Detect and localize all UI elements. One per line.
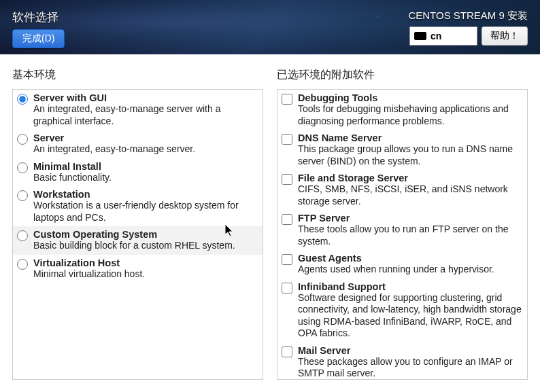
item-title: Infiniband Support: [298, 281, 522, 292]
addon-checkbox[interactable]: [282, 254, 292, 265]
item-title: Virtualization Host: [33, 257, 257, 268]
env-radio[interactable]: [17, 230, 28, 241]
item-body: Infiniband SupportSoftware designed for …: [298, 281, 522, 340]
addon-item-2[interactable]: File and Storage ServerCIFS, SMB, NFS, i…: [277, 170, 527, 210]
addons-list[interactable]: Debugging ToolsTools for debugging misbe…: [277, 89, 528, 380]
item-body: DNS Name ServerThis package group allows…: [298, 132, 522, 167]
addon-checkbox[interactable]: [282, 134, 292, 145]
item-desc: Tools for debugging misbehaving applicat…: [298, 103, 522, 127]
item-body: Minimal InstallBasic functionality.: [33, 161, 257, 184]
item-desc: Basic building block for a custom RHEL s…: [33, 240, 257, 252]
item-title: Custom Operating System: [33, 229, 257, 240]
addon-item-5[interactable]: Infiniband SupportSoftware designed for …: [277, 279, 527, 342]
item-desc: Software designed for supporting cluster…: [298, 292, 522, 340]
item-desc: Agents used when running under a hypervi…: [298, 264, 522, 276]
item-body: Virtualization HostMinimal virtualizatio…: [33, 257, 257, 281]
item-body: Guest AgentsAgents used when running und…: [298, 253, 522, 276]
env-item-4[interactable]: Custom Operating SystemBasic building bl…: [13, 226, 263, 255]
item-body: ServerAn integrated, easy-to-manage serv…: [33, 132, 257, 156]
item-title: Minimal Install: [33, 161, 257, 172]
addon-checkbox[interactable]: [282, 346, 292, 357]
item-title: FTP Server: [298, 213, 522, 224]
addon-checkbox[interactable]: [282, 94, 292, 105]
env-radio[interactable]: [17, 94, 28, 105]
item-desc: Minimal virtualization host.: [33, 268, 257, 281]
env-item-5[interactable]: Virtualization HostMinimal virtualizatio…: [13, 255, 263, 283]
addon-item-0[interactable]: Debugging ToolsTools for debugging misbe…: [277, 90, 527, 130]
base-env-list[interactable]: Server with GUIAn integrated, easy-to-ma…: [12, 89, 263, 380]
item-desc: An integrated, easy-to-manage server.: [33, 143, 257, 156]
content-area: 基本环境 Server with GUIAn integrated, easy-…: [0, 54, 540, 392]
base-env-column: 基本环境 Server with GUIAn integrated, easy-…: [12, 68, 263, 380]
item-body: WorkstationWorkstation is a user-friendl…: [33, 189, 257, 224]
keyboard-layout-label: cn: [431, 31, 441, 41]
addons-column: 已选环境的附加软件 Debugging ToolsTools for debug…: [277, 68, 528, 380]
addon-checkbox[interactable]: [282, 283, 292, 293]
env-item-0[interactable]: Server with GUIAn integrated, easy-to-ma…: [13, 90, 263, 130]
item-title: Server: [33, 132, 257, 143]
done-button[interactable]: 完成(D): [12, 29, 65, 48]
item-title: Mail Server: [298, 345, 522, 356]
env-radio[interactable]: [17, 134, 28, 145]
item-title: Guest Agents: [298, 253, 522, 264]
addon-item-1[interactable]: DNS Name ServerThis package group allows…: [277, 130, 527, 170]
env-item-3[interactable]: WorkstationWorkstation is a user-friendl…: [13, 186, 263, 226]
addon-checkbox[interactable]: [282, 214, 292, 225]
item-title: Workstation: [33, 189, 257, 200]
env-item-1[interactable]: ServerAn integrated, easy-to-manage serv…: [13, 130, 263, 158]
item-desc: This package group allows you to run a D…: [298, 143, 522, 167]
distribution-label: CENTOS STREAM 9 安装: [408, 10, 528, 22]
item-desc: These tools allow you to run an FTP serv…: [298, 224, 522, 247]
keyboard-layout-button[interactable]: cn: [409, 26, 477, 46]
help-button[interactable]: 帮助！: [482, 26, 528, 46]
addons-title: 已选环境的附加软件: [277, 68, 528, 82]
env-radio[interactable]: [17, 190, 28, 201]
keyboard-icon: [414, 32, 426, 40]
base-env-title: 基本环境: [12, 68, 263, 82]
addon-item-3[interactable]: FTP ServerThese tools allow you to run a…: [277, 210, 527, 250]
item-body: Mail ServerThese packages allow you to c…: [298, 345, 522, 380]
env-radio[interactable]: [17, 259, 28, 270]
item-title: File and Storage Server: [298, 173, 522, 183]
addon-item-6[interactable]: Mail ServerThese packages allow you to c…: [277, 342, 527, 380]
env-radio[interactable]: [17, 162, 28, 173]
item-desc: CIFS, SMB, NFS, iSCSI, iSER, and iSNS ne…: [298, 183, 522, 207]
page-title: 软件选择: [12, 10, 58, 25]
item-title: Server with GUI: [33, 92, 257, 103]
item-body: File and Storage ServerCIFS, SMB, NFS, i…: [298, 173, 522, 207]
header-bar: 软件选择 完成(D) CENTOS STREAM 9 安装 cn 帮助！: [0, 0, 540, 54]
item-title: DNS Name Server: [298, 132, 522, 143]
item-body: Custom Operating SystemBasic building bl…: [33, 229, 257, 252]
item-body: Server with GUIAn integrated, easy-to-ma…: [33, 92, 257, 127]
item-desc: Basic functionality.: [33, 172, 257, 184]
item-title: Debugging Tools: [298, 92, 522, 103]
item-body: Debugging ToolsTools for debugging misbe…: [298, 92, 522, 127]
env-item-2[interactable]: Minimal InstallBasic functionality.: [13, 158, 263, 187]
item-desc: An integrated, easy-to-manage server wit…: [33, 103, 257, 127]
item-desc: These packages allow you to configure an…: [298, 356, 522, 380]
item-desc: Workstation is a user-friendly desktop s…: [33, 200, 257, 224]
addon-checkbox[interactable]: [282, 174, 292, 185]
addon-item-4[interactable]: Guest AgentsAgents used when running und…: [277, 250, 527, 279]
item-body: FTP ServerThese tools allow you to run a…: [298, 213, 522, 247]
